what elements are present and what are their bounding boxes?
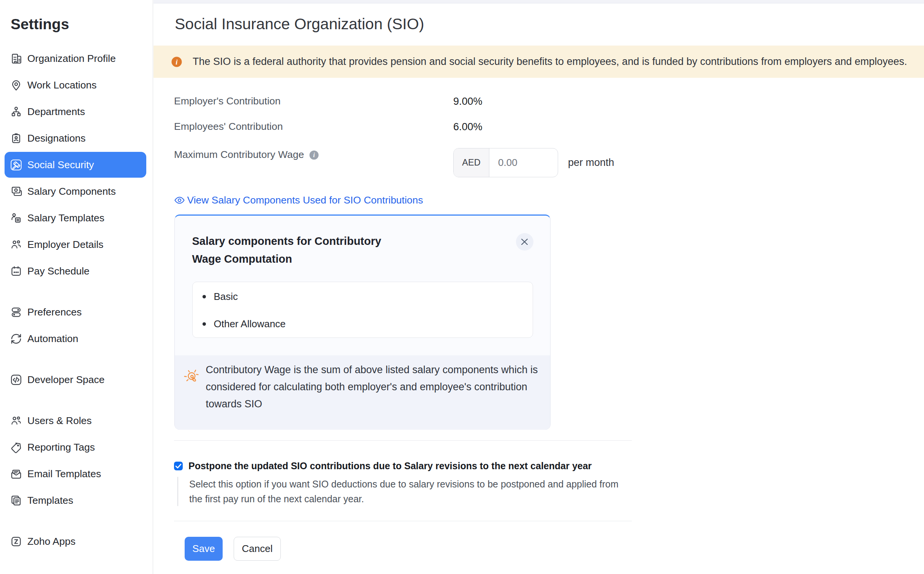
svg-text:i: i [176,58,178,66]
svg-text:i: i [313,152,315,158]
